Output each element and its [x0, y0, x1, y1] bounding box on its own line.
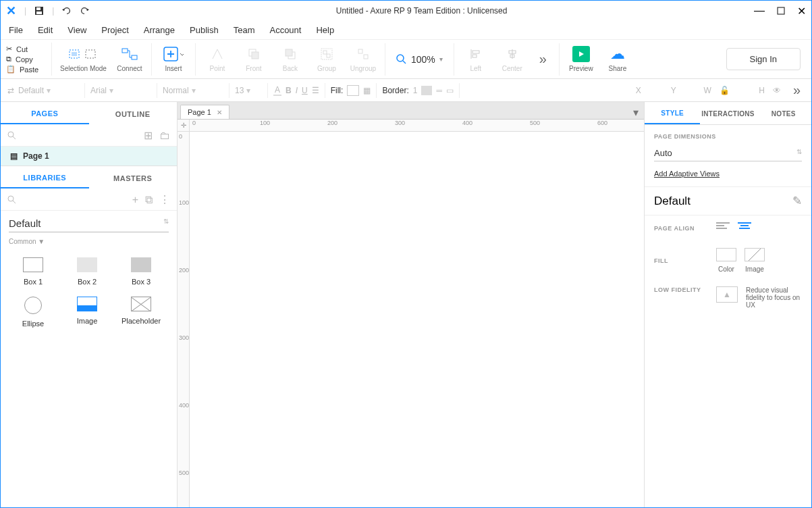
back-button: Back	[277, 46, 304, 72]
separator: |	[52, 6, 54, 16]
preview-button[interactable]: Preview	[568, 46, 595, 72]
add-library-icon[interactable]: +	[132, 194, 138, 206]
align-center-button[interactable]	[738, 222, 751, 234]
bullets-icon[interactable]: ☰	[312, 86, 319, 95]
adaptive-views-link[interactable]: Add Adaptive Views	[654, 170, 720, 178]
font-color-icon[interactable]: A	[273, 85, 281, 96]
underline-icon[interactable]: U	[302, 86, 308, 95]
svg-rect-6	[86, 50, 95, 58]
border-style-icon[interactable]: ═	[436, 86, 442, 95]
share-button[interactable]: ☁Share	[604, 46, 631, 72]
canvas[interactable]	[190, 132, 644, 507]
tab-masters[interactable]: MASTERS	[89, 168, 178, 188]
close-icon[interactable]: ✕	[797, 5, 806, 18]
chevron-down-icon[interactable]: ▾	[439, 55, 443, 63]
lock-icon[interactable]: 🔓	[720, 86, 730, 95]
widget-ellipse[interactable]: Ellipse	[6, 291, 60, 333]
style-name-header: Default ✎	[645, 187, 811, 215]
border-color-swatch[interactable]	[421, 86, 432, 95]
font-select[interactable]: Arial▾	[90, 86, 151, 95]
cloud-icon: ☁	[610, 45, 625, 63]
low-fidelity-toggle[interactable]: ▲	[716, 286, 738, 303]
tab-outline[interactable]: OUTLINE	[89, 103, 178, 124]
copy-button[interactable]: ⧉Copy	[1, 54, 51, 64]
paste-button[interactable]: 📋Paste	[1, 64, 51, 74]
menu-view[interactable]: View	[67, 25, 86, 35]
menu-publish[interactable]: Publish	[190, 25, 219, 35]
menu-account[interactable]: Account	[269, 25, 301, 35]
sign-in-button[interactable]: Sign In	[726, 48, 801, 70]
library-select[interactable]: Default ⇅	[9, 215, 169, 232]
x-field[interactable]: X	[614, 86, 641, 95]
fill-image-button[interactable]: Image	[745, 248, 765, 273]
align-left-button[interactable]	[716, 222, 730, 234]
save-icon[interactable]	[34, 6, 44, 16]
ruler-horizontal[interactable]: 0 100 200 300 400 500 600	[190, 120, 644, 132]
w-field[interactable]: W	[684, 86, 711, 95]
search-icon[interactable]	[7, 131, 17, 141]
tab-libraries[interactable]: LIBRARIES	[1, 167, 89, 188]
edit-style-icon[interactable]: ✎	[792, 194, 802, 208]
widget-placeholder[interactable]: Placeholder	[114, 291, 168, 333]
library-options-icon[interactable]: ⧉	[145, 194, 153, 206]
widget-image[interactable]: Image	[60, 291, 114, 333]
canvas-tab-page1[interactable]: Page 1 ✕	[180, 105, 229, 119]
tab-pages[interactable]: PAGES	[1, 103, 89, 124]
paint-format-icon[interactable]: ⇄	[7, 86, 14, 95]
y-field[interactable]: Y	[649, 86, 676, 95]
minimize-icon[interactable]: —	[754, 5, 765, 17]
add-folder-icon[interactable]: 🗀	[159, 130, 170, 142]
menu-file[interactable]: File	[9, 25, 23, 35]
menu-arrange[interactable]: Arrange	[144, 25, 175, 35]
more-align-icon[interactable]: »	[535, 51, 551, 67]
undo-icon[interactable]	[62, 6, 72, 16]
widget-box3[interactable]: Box 3	[114, 252, 168, 291]
fill-color-swatch[interactable]	[347, 85, 359, 96]
zoom-control[interactable]: 100% ▾	[385, 54, 454, 65]
font-size-select[interactable]: 13▾	[235, 86, 262, 95]
title-bar: ✕ | | Untitled - Axure RP 9 Team Edition…	[1, 1, 811, 21]
widget-box1[interactable]: Box 1	[6, 252, 60, 291]
window-title: Untitled - Axure RP 9 Team Edition : Unl…	[89, 6, 754, 16]
cut-button[interactable]: ✂Cut	[1, 44, 51, 54]
close-tab-icon[interactable]: ✕	[217, 109, 222, 116]
libraries-panel: LIBRARIES MASTERS + ⧉ ⋮ Default ⇅ Common…	[1, 166, 177, 507]
menu-team[interactable]: Team	[234, 25, 255, 35]
tab-style[interactable]: STYLE	[645, 102, 700, 124]
more-format-icon[interactable]: »	[789, 82, 805, 98]
style-preset-select[interactable]: Default▾	[18, 86, 79, 95]
menu-project[interactable]: Project	[101, 25, 128, 35]
tab-notes[interactable]: NOTES	[756, 103, 811, 124]
italic-icon[interactable]: I	[296, 86, 298, 95]
page-dimensions-select[interactable]: Auto ⇅	[654, 145, 802, 161]
add-page-icon[interactable]: ⊞	[144, 129, 153, 142]
font-weight-select[interactable]: Normal▾	[163, 86, 223, 95]
ruler-vertical[interactable]: 0 100 200 300 400 500	[178, 132, 190, 507]
widget-box2[interactable]: Box 2	[60, 252, 114, 291]
svg-rect-1	[36, 7, 40, 10]
border-width[interactable]: 1	[413, 86, 418, 95]
connect-button[interactable]: Connect	[116, 46, 143, 72]
maximize-icon[interactable]	[777, 7, 785, 15]
h-field[interactable]: H	[738, 86, 765, 95]
border-visibility-icon[interactable]: ▭	[446, 86, 454, 95]
canvas-area: Page 1 ✕ ▾ ✛ 0 100 200 300 400 500 600 0…	[178, 102, 644, 507]
library-category[interactable]: Common ▼	[9, 238, 169, 245]
tree-item-page1[interactable]: ▤ Page 1	[1, 147, 177, 166]
separator: |	[24, 6, 26, 16]
search-icon[interactable]	[7, 195, 17, 205]
selection-mode-button[interactable]: Selection Mode	[60, 46, 107, 72]
tab-interactions[interactable]: INTERACTIONS	[700, 103, 755, 124]
fill-image-icon[interactable]: ▦	[363, 86, 371, 95]
svg-rect-13	[286, 49, 292, 56]
menu-edit[interactable]: Edit	[38, 25, 53, 35]
insert-button[interactable]: Insert	[160, 46, 187, 72]
visibility-icon[interactable]: 👁	[773, 86, 781, 95]
bold-icon[interactable]: B	[286, 86, 292, 95]
menu-icon[interactable]: ⋮	[159, 193, 170, 206]
menu-help[interactable]: Help	[316, 25, 334, 35]
fill-color-button[interactable]: Color	[716, 248, 736, 273]
tab-dropdown-icon[interactable]: ▾	[628, 106, 644, 119]
redo-icon[interactable]	[80, 6, 89, 16]
ruler-origin[interactable]: ✛	[178, 120, 190, 132]
